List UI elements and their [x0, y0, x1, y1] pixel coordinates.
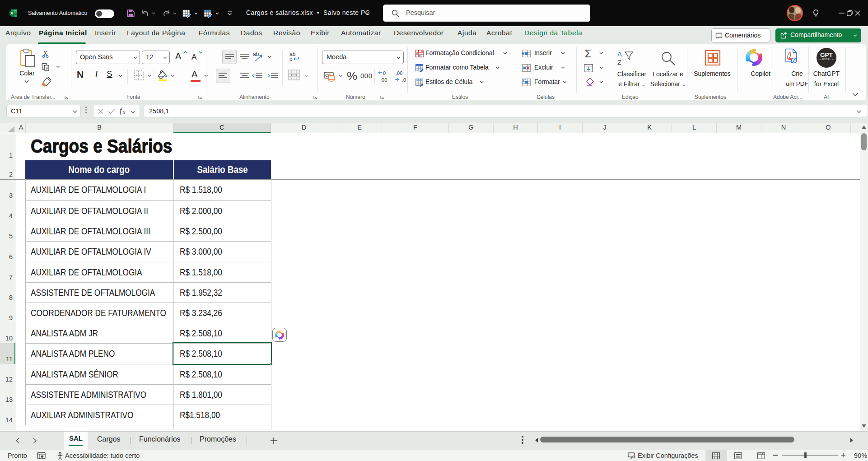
svg-text:Z: Z — [617, 58, 621, 66]
svg-text:,00: ,00 — [380, 77, 387, 83]
svg-text:c: c — [289, 56, 292, 62]
svg-text:,00: ,00 — [396, 70, 402, 76]
svg-text:ab: ab — [253, 51, 259, 57]
svg-text:X: X — [10, 11, 13, 15]
svg-text:,0: ,0 — [402, 77, 406, 83]
svg-text:A: A — [617, 51, 622, 58]
svg-text:0: 0 — [383, 70, 386, 76]
